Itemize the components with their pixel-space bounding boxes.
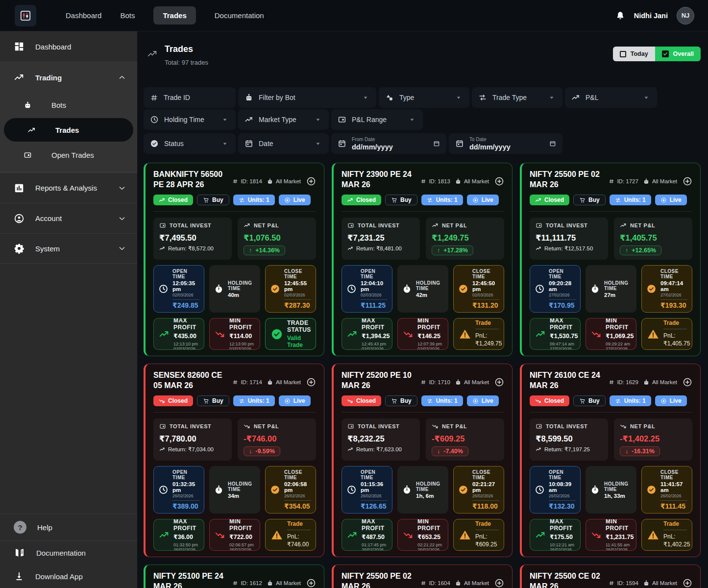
sidebar-item-trades[interactable]: Trades — [4, 118, 133, 142]
arrow-down-icon: ↓ — [625, 448, 628, 455]
trade-title: NIFTY 25200 PE 10 MAR 26 — [342, 370, 416, 391]
trend-up-icon — [159, 245, 165, 251]
to-date-field[interactable]: To Date dd/mm/yyyy — [449, 133, 562, 154]
pnl-range-dropdown[interactable]: P&L Range — [331, 109, 423, 130]
from-date-field[interactable]: From Date dd/mm/yyyy — [331, 133, 446, 154]
trade-id-filter[interactable] — [144, 87, 236, 108]
return-amount: Return: ₹7,623.00 — [347, 446, 414, 453]
today-toggle-button[interactable]: Today — [613, 47, 655, 61]
bar-chart-icon — [14, 183, 24, 194]
total-invest-box: TOTAL INVEST ₹8,232.25 Return: ₹7,623.00 — [342, 418, 420, 461]
cart-icon — [579, 398, 586, 404]
sidebar-item-account[interactable]: Account — [0, 203, 137, 233]
expand-trade-button[interactable] — [683, 578, 692, 588]
max-profit-date: 02/03/2026 — [362, 346, 387, 350]
expand-trade-button[interactable] — [494, 377, 504, 387]
trade-id-input[interactable] — [164, 94, 229, 101]
trade-id: ID: 1727 — [609, 178, 638, 184]
to-date-value: dd/mm/yyyy — [469, 143, 511, 151]
sidebar-item-reports[interactable]: Reports & Analysis — [0, 172, 137, 203]
market-type-dropdown[interactable]: Market Type — [238, 109, 329, 130]
min-profit-date: 02/03/2026 — [417, 346, 443, 350]
sidebar-item-documentation[interactable]: Documentation — [0, 541, 137, 564]
trade-status-value: Invalid Trade — [663, 519, 687, 527]
holding-time-dropdown[interactable]: Holding Time — [144, 109, 236, 130]
card-icon — [347, 423, 354, 430]
avatar[interactable]: NJ — [677, 7, 694, 24]
swap-arrows-icon — [239, 398, 245, 404]
pnl-dropdown[interactable]: P&L — [565, 87, 657, 108]
checkbox-unchecked-icon — [620, 51, 626, 57]
date-dropdown[interactable]: Date — [238, 133, 329, 154]
expand-trade-button[interactable] — [683, 176, 692, 186]
max-profit-amount: ₹175.50 — [550, 533, 575, 540]
total-invest-box: TOTAL INVEST ₹7,495.50 Return: ₹8,572.00 — [153, 218, 232, 260]
filter-by-bot-dropdown[interactable]: Filter by Bot — [238, 87, 376, 108]
close-time: 02:21:27 pm — [472, 481, 499, 493]
stopwatch-icon — [214, 485, 224, 495]
calendar-icon[interactable] — [433, 140, 440, 147]
buy-badge: Buy — [197, 195, 229, 205]
expand-trade-button[interactable] — [683, 377, 692, 387]
nav-link-documentation[interactable]: Documentation — [215, 11, 264, 20]
units-badge: Units: 1 — [610, 195, 651, 205]
dashboard-grid-icon — [14, 41, 24, 52]
nav-link-trades[interactable]: Trades — [153, 6, 195, 24]
sidebar-item-bots[interactable]: Bots — [0, 93, 137, 117]
sidebar-item-help[interactable]: Help — [0, 514, 137, 541]
sidebar-item-download-app[interactable]: Download App — [0, 564, 137, 588]
notifications-bell-icon[interactable] — [615, 11, 625, 21]
trade-status-detail: PnL: ₹1,402.25 vs Threshold: ₹166.73 — [663, 533, 687, 551]
close-date: 02/03/2026 — [284, 293, 311, 297]
calendar-icon[interactable] — [549, 140, 556, 147]
trade-title: SENSEX 82600 CE 05 MAR 26 — [153, 370, 228, 391]
sidebar-item-dashboard[interactable]: Dashboard — [0, 31, 137, 62]
chevron-down-icon — [454, 93, 463, 102]
trend-up-icon — [244, 115, 253, 124]
swap-arrows-icon — [427, 398, 433, 404]
trade-status-box: TRADE STATUS Invalid Trade PnL: ₹609.25 … — [453, 519, 504, 551]
checkbox-checked-icon — [662, 50, 669, 57]
app-logo[interactable] — [15, 5, 36, 26]
max-profit-date: 26/02/2026 — [550, 547, 575, 551]
expand-trade-button[interactable] — [306, 578, 316, 588]
warning-triangle-icon — [270, 529, 283, 541]
sidebar-item-label: Dashboard — [35, 43, 71, 51]
overall-toggle-button[interactable]: Overall — [655, 47, 701, 61]
closed-badge: Closed — [342, 195, 381, 205]
trade-title: NIFTY 25500 CE 02 MAR 26 — [530, 571, 605, 588]
type-dropdown[interactable]: Type — [379, 87, 469, 108]
trade-type-dropdown[interactable]: Trade Type — [472, 87, 562, 108]
nav-link-dashboard[interactable]: Dashboard — [66, 11, 101, 20]
status-dropdown[interactable]: Status — [144, 133, 236, 154]
filter-label: Status — [164, 140, 184, 147]
expand-trade-button[interactable] — [494, 578, 504, 588]
trend-up-icon — [535, 530, 546, 540]
expand-trade-button[interactable] — [306, 176, 316, 186]
sidebar-item-open-trades[interactable]: Open Trades — [0, 143, 137, 167]
open-price: ₹389.00 — [172, 502, 199, 510]
sidebar-item-trading[interactable]: Trading — [0, 62, 137, 93]
stopwatch-icon — [590, 485, 600, 495]
expand-trade-button[interactable] — [494, 176, 504, 186]
nav-link-bots[interactable]: Bots — [120, 11, 135, 20]
live-dot-icon — [284, 398, 291, 404]
trades-total: Total: 97 trades — [165, 59, 208, 66]
trade-status-value: Invalid Trade — [475, 318, 499, 326]
trend-down-icon — [347, 398, 353, 404]
expand-trade-button[interactable] — [306, 377, 316, 387]
units-badge: Units: 1 — [233, 195, 275, 205]
trend-up-icon — [535, 197, 541, 203]
sidebar-item-system[interactable]: System — [0, 233, 137, 264]
min-profit-box: MIN PROFIT ₹653.25 02:21:22 pm 26/02/202… — [397, 519, 448, 551]
max-profit-box: MAX PROFIT ₹435.00 12:13:10 pm 02/03/202… — [153, 318, 204, 350]
to-date-label: To Date — [469, 137, 511, 142]
sidebar-item-label: Download App — [35, 572, 83, 581]
max-profit-date: 27/02/2026 — [550, 346, 575, 350]
market-tag: All Market — [267, 580, 301, 587]
holding-time-box: HOLDING TIME 1h, 6m — [397, 466, 448, 514]
sidebar-item-label: Documentation — [36, 549, 86, 557]
card-icon — [159, 423, 166, 430]
min-profit-box: MIN PROFIT ₹114.00 12:13:00 pm 02/03/202… — [209, 318, 260, 350]
close-date: 27/02/2026 — [660, 293, 687, 297]
